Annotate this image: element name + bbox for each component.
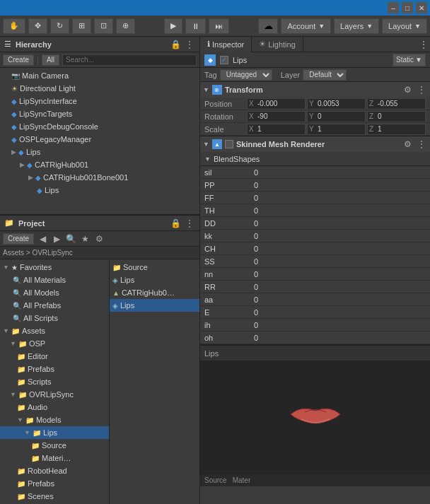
blendshapes-header[interactable]: ▼ BlendShapes xyxy=(200,152,430,166)
transform-component: ▼ ⊕ Transform ⚙ ⋮ Position X -0.000 xyxy=(200,82,430,136)
hierarchy-item-label: Lips xyxy=(26,148,40,156)
transform-tool-button[interactable]: ⊕ xyxy=(116,18,135,34)
folder-icon: 📁 xyxy=(17,480,25,488)
asset-lips-prefab[interactable]: ◈ Lips xyxy=(110,274,199,286)
scale-y-field[interactable]: Y 1 xyxy=(307,124,366,135)
rect-tool-button[interactable]: ⊡ xyxy=(94,18,113,34)
project-source[interactable]: 📁 Source xyxy=(0,439,109,452)
position-x-field[interactable]: X -0.000 xyxy=(247,98,306,110)
project-prefabs[interactable]: 📁 Prefabs xyxy=(0,363,109,375)
hierarchy-item-lips[interactable]: ▶ ◆ Lips xyxy=(0,146,199,158)
rotate-tool-button[interactable]: ↻ xyxy=(50,18,69,34)
project-scripts[interactable]: 📁 Scripts xyxy=(0,375,109,388)
close-button[interactable]: ✕ xyxy=(416,2,427,13)
project-lips-folder[interactable]: ▼ 📁 Lips xyxy=(0,426,109,439)
position-y-field[interactable]: Y 0.0053 xyxy=(307,98,366,110)
favorites-item-label: All Materials xyxy=(23,276,66,284)
hierarchy-search-input[interactable] xyxy=(62,54,197,66)
minimize-button[interactable]: – xyxy=(388,2,399,13)
hierarchy-lock-button[interactable]: 🔒 xyxy=(170,39,181,50)
rotation-z-field[interactable]: Z 0 xyxy=(367,111,426,122)
ovr-expand-icon: ▼ xyxy=(10,391,16,398)
favorites-all-models[interactable]: 🔍 All Models xyxy=(0,286,109,299)
layers-button[interactable]: Layers ▼ xyxy=(334,18,379,34)
project-search-button[interactable]: 🔍 xyxy=(65,233,76,245)
project-assets-header[interactable]: ▼ 📁 Assets xyxy=(0,324,109,337)
hand-tool-button[interactable]: ✋ xyxy=(3,18,25,34)
project-ovrlipsync[interactable]: ▼ 📁 OVRLipSync xyxy=(0,388,109,401)
transform-menu-icon[interactable]: ⋮ xyxy=(416,84,427,95)
preview-header: Lips xyxy=(200,346,430,361)
favorites-all-scripts[interactable]: 🔍 All Scripts xyxy=(0,312,109,324)
project-robothead[interactable]: 📁 RobotHead xyxy=(0,464,109,477)
hierarchy-item-lips-child[interactable]: ◆ Lips xyxy=(0,184,199,197)
project-scenes[interactable]: 📁 Scenes xyxy=(0,490,109,503)
layer-select[interactable]: Default xyxy=(303,69,347,81)
hierarchy-item-lipsyncdebug[interactable]: ◆ LipSyncDebugConsole xyxy=(0,120,199,133)
position-z-field[interactable]: Z -0.055 xyxy=(367,98,426,110)
editor-label: Editor xyxy=(28,352,48,361)
favorites-all-materials[interactable]: 🔍 All Materials xyxy=(0,274,109,286)
scale-tool-button[interactable]: ⊞ xyxy=(72,18,91,34)
hierarchy-item-lipsynctargets[interactable]: ◆ LipSyncTargets xyxy=(0,107,199,120)
project-prefabs2[interactable]: 📁 Prefabs xyxy=(0,477,109,490)
rotation-x-field[interactable]: X -90 xyxy=(247,111,306,122)
static-button[interactable]: Static ▼ xyxy=(393,54,426,66)
move-tool-button[interactable]: ✥ xyxy=(28,18,47,34)
hierarchy-item-catrighub[interactable]: ▶ ◆ CATRigHub001 xyxy=(0,158,199,171)
project-lock-button[interactable]: 🔒 xyxy=(170,218,181,229)
step-button[interactable]: ⏭ xyxy=(209,18,229,34)
asset-lips-mesh[interactable]: ◈ Lips xyxy=(110,299,199,312)
blend-value: 0 xyxy=(247,181,258,189)
project-back-button[interactable]: ◀ xyxy=(37,233,48,245)
project-osp[interactable]: ▼ 📁 OSP xyxy=(0,337,109,350)
object-active-checkbox[interactable]: ✓ xyxy=(220,56,228,64)
project-create-button[interactable]: Create xyxy=(3,233,34,245)
hierarchy-item-osplegacy[interactable]: ◆ OSPLegacyManager xyxy=(0,133,199,146)
asset-catrighub[interactable]: ▲ CATRigHub0… xyxy=(110,286,199,299)
scale-z-field[interactable]: Z 1 xyxy=(367,124,426,135)
project-menu-button[interactable]: ⋮ xyxy=(184,218,195,229)
hierarchy-item-dirlight[interactable]: ☀ Directional Light xyxy=(0,82,199,95)
project-audio[interactable]: 📁 Audio xyxy=(0,401,109,414)
project-forward-button[interactable]: ▶ xyxy=(51,233,62,245)
tab-lighting-label: Lighting xyxy=(268,40,296,49)
blend-name: oh xyxy=(204,334,247,342)
tab-inspector[interactable]: ℹ Inspector xyxy=(200,37,252,52)
project-favorites-header[interactable]: ▼ ★ Favorites xyxy=(0,261,109,274)
hierarchy-item-catrighubbone[interactable]: ▶ ◆ CATRigHub001Bone001 xyxy=(0,171,199,184)
project-settings-button[interactable]: ⚙ xyxy=(93,233,105,245)
cloud-button[interactable]: ☁ xyxy=(258,18,278,34)
transform-settings-icon[interactable]: ⚙ xyxy=(402,84,413,95)
rotation-y-field[interactable]: Y 0 xyxy=(307,111,366,122)
tag-select[interactable]: Untagged xyxy=(220,69,272,81)
scale-x-field[interactable]: X 1 xyxy=(247,124,306,135)
mesh-active-checkbox[interactable] xyxy=(225,140,233,148)
hierarchy-all-button[interactable]: All xyxy=(42,54,59,66)
hierarchy-item-lipsyncinterface[interactable]: ◆ LipSyncInterface xyxy=(0,95,199,107)
hierarchy-create-button[interactable]: Create xyxy=(3,54,34,66)
transform-header[interactable]: ▼ ⊕ Transform ⚙ ⋮ xyxy=(200,82,430,98)
favorites-all-prefabs[interactable]: 🔍 All Prefabs xyxy=(0,299,109,312)
project-models[interactable]: ▼ 📁 Models xyxy=(0,414,109,426)
project-editor[interactable]: 📁 Editor xyxy=(0,350,109,363)
rotation-label: Rotation xyxy=(204,112,247,121)
hierarchy-item-maincamera[interactable]: 📷 Main Camera xyxy=(0,69,199,82)
mesh-menu-icon[interactable]: ⋮ xyxy=(416,139,427,150)
tab-lighting[interactable]: ☀ Lighting xyxy=(252,37,303,52)
project-star-button[interactable]: ★ xyxy=(79,233,91,245)
pause-button[interactable]: ⏸ xyxy=(185,18,206,34)
layout-button[interactable]: Layout ▼ xyxy=(382,18,427,34)
play-button[interactable]: ▶ xyxy=(164,18,182,34)
top-toolbar: ✋ ✥ ↻ ⊞ ⊡ ⊕ ▶ ⏸ ⏭ ☁ Account ▼ Layers ▼ L… xyxy=(0,16,430,37)
maximize-button[interactable]: □ xyxy=(402,2,413,13)
blend-name: kk xyxy=(204,232,247,240)
mesh-settings-icon[interactable]: ⚙ xyxy=(402,139,413,150)
asset-source-folder[interactable]: 📁 Source xyxy=(110,261,199,274)
skinned-mesh-header[interactable]: ▼ ▲ Skinned Mesh Renderer ⚙ ⋮ xyxy=(200,136,430,152)
project-materi[interactable]: 📁 Materi… xyxy=(0,452,109,464)
inspector-menu-button[interactable]: ⋮ xyxy=(417,37,430,52)
hierarchy-menu-button[interactable]: ⋮ xyxy=(184,39,195,50)
account-button[interactable]: Account ▼ xyxy=(281,18,331,34)
layers-label: Layers xyxy=(340,22,364,30)
